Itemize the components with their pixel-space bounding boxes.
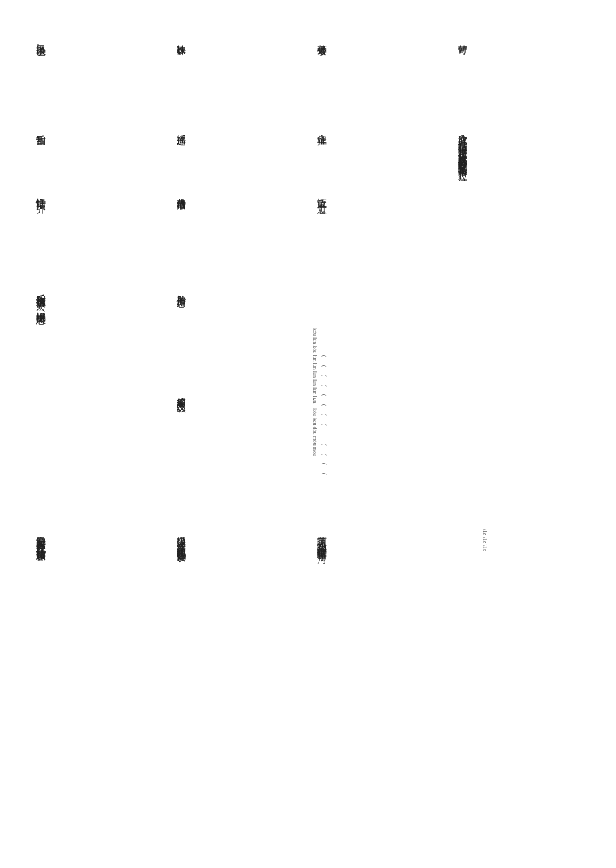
col2-ruby2: kòu·kàu·dòu·móu·móu	[311, 408, 319, 456]
col3-seg-d: 想箱厢湘 及级	[174, 389, 187, 397]
col3-line2: 极圾汲浸 才揉菜芽 舰见观现砚委魏诿	[174, 529, 187, 545]
col2-line2: 缅苗思 奶扔弃仍 清晴睛情请精蜻 河	[315, 529, 328, 548]
col4-seg-b: 恬话括活 齐	[33, 191, 47, 197]
col1-line1: 次欣欲憨 结洁拮秸 近听新斤祈沂折 波玻披跛疲沙砂纱妙抄吵 路格咯阁洛络 拉垃	[455, 127, 469, 165]
col3-heading: 蛛珠诛硃	[174, 37, 187, 39]
letter-w: W	[35, 295, 46, 305]
document-page: { "header_right": "\\1z \\1z \\1z", "col…	[0, 0, 616, 868]
col4-c-pre: 剂济挤推骇 宏	[35, 288, 46, 295]
col4-seg-c: 剂济挤推骇 宏W埃探探宏泽恐	[33, 288, 47, 309]
header-annotation: \1z \1z \1z	[481, 529, 489, 551]
col4-c-post: 埃探探宏泽恐	[35, 305, 46, 309]
col3-seg-c: 抬胎苔怡怠	[174, 288, 187, 291]
col3-seg-a: 摇遥瑶	[174, 127, 187, 129]
col1-heading: 何苛苛	[455, 37, 469, 39]
col2-seg-a: 歪征症	[315, 127, 328, 129]
col4-seg-a: 舌刮甜	[33, 127, 47, 129]
col4-line2: 安氨按鞍案胺梭 沈枕肌 旨指脂脂朱株	[33, 529, 47, 545]
col3-seg-b: 昔借借措醋	[174, 191, 187, 194]
col2-ruby1: kòu·lún·kòu·lún·lún·lún·lún·lún·lǔn	[311, 328, 319, 404]
col2-parens: （ （ （ （ （ （ （ （ （ （ （ （	[319, 353, 328, 475]
col2-seg-b: 证症政 俞愈	[315, 191, 328, 197]
col4-heading: 氮淡毯谈	[33, 37, 47, 39]
col2-heading: 莠透矮倭	[315, 37, 328, 39]
